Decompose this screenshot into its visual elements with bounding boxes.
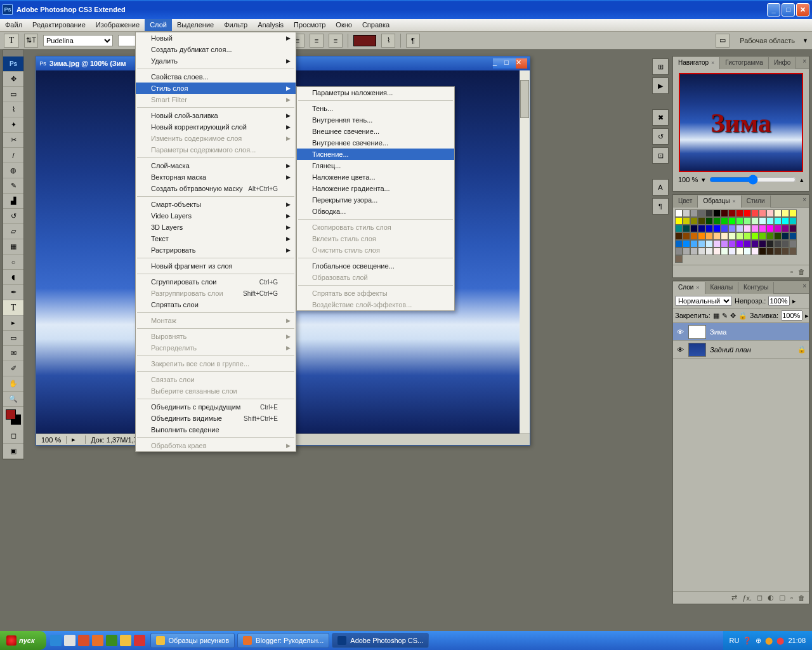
menu-item[interactable]: Обводка... [297,206,454,217]
swatch-cell[interactable] [759,240,766,248]
swatch-cell[interactable] [766,248,774,255]
swatch-cell[interactable] [728,225,736,232]
menu-фильтр[interactable]: Фильтр [219,19,252,31]
swatch-cell[interactable] [743,225,751,232]
collapsed-panel-5[interactable]: ⊡ [652,147,669,164]
swatch-cell[interactable] [675,217,683,225]
swatch-cell[interactable] [789,217,797,225]
swatch-cell[interactable] [774,209,782,217]
swatch-cell[interactable] [728,248,736,255]
menu-item[interactable]: Текст▶ [136,233,296,244]
swatch-cell[interactable] [705,232,713,240]
menu-item[interactable]: Смарт-объекты▶ [136,199,296,210]
menu-слой[interactable]: Слой [145,19,172,31]
zoom-out-icon[interactable]: ▾ [702,176,705,184]
swatch-cell[interactable] [728,232,736,240]
tab-стили[interactable]: Стили [742,196,771,208]
menu-item[interactable]: Новый корректирующий слой▶ [136,121,296,133]
swatch-cell[interactable] [751,232,759,240]
layer-row[interactable]: 👁TЗима [673,323,809,341]
menu-редактирование[interactable]: Редактирование [27,19,91,31]
swatch-cell[interactable] [736,209,743,217]
menu-item[interactable]: Новый фрагмент из слоя [136,260,296,272]
swatch-cell[interactable] [698,209,705,217]
doc-minimize-button[interactable]: _ [493,58,504,69]
swatch-cell[interactable] [721,232,728,240]
character-panel-button[interactable]: ¶ [406,34,420,48]
swatch-cell[interactable] [751,217,759,225]
swatch-grid[interactable] [675,209,807,263]
lock-all-icon[interactable]: 🔒 [738,312,747,320]
menu-item[interactable]: Глянец... [297,160,454,171]
menu-item[interactable]: Объединить с предыдущимCtrl+E [136,401,296,413]
swatch-cell[interactable] [705,225,713,232]
orientation-toggle[interactable]: ⇅T [24,34,38,48]
swatch-cell[interactable] [774,240,782,248]
tray-icon[interactable]: ⬤ [776,637,784,645]
layer-thumb[interactable]: T [688,325,706,339]
tray-icon[interactable]: ⊕ [756,637,761,645]
swatch-cell[interactable] [766,240,774,248]
status-icon[interactable]: ▸ [67,435,86,444]
heal-tool[interactable]: ◍ [3,163,23,178]
fill-flyout-icon[interactable]: ▸ [805,312,809,320]
swatch-cell[interactable] [759,217,766,225]
tab-инфо[interactable]: Инфо [769,57,797,69]
swatch-cell[interactable] [782,217,789,225]
minimize-button[interactable]: _ [767,3,780,17]
text-color-swatch[interactable] [353,35,376,46]
menu-item[interactable]: Параметры наложения... [297,87,454,98]
swatch-cell[interactable] [789,209,797,217]
tool-indicator[interactable]: T [4,34,19,48]
panel-close-icon[interactable]: × [802,58,806,65]
menu-item[interactable]: Свойства слоев... [136,71,296,83]
wand-tool[interactable]: ✦ [3,117,23,133]
collapsed-panel-1[interactable]: ⊞ [652,58,669,75]
ps-home-icon[interactable]: Ps [3,56,23,72]
swatch-cell[interactable] [789,225,797,232]
menu-item[interactable]: Выполнить сведение [136,424,296,435]
menu-item[interactable]: Наложение цвета... [297,171,454,183]
swatch-cell[interactable] [721,248,728,255]
tray-icon[interactable]: ⬤ [765,637,773,645]
swatch-cell[interactable] [774,248,782,255]
swatch-cell[interactable] [690,232,698,240]
swatch-cell[interactable] [721,217,728,225]
swatch-cell[interactable] [743,240,751,248]
swatch-cell[interactable] [766,225,774,232]
menu-item[interactable]: Векторная маска▶ [136,171,296,183]
swatch-cell[interactable] [766,209,774,217]
swatch-cell[interactable] [736,217,743,225]
swatch-cell[interactable] [683,225,690,232]
menu-item[interactable]: Внутреннее свечение... [297,137,454,149]
color-swatches[interactable] [3,407,23,428]
swatch-cell[interactable] [782,240,789,248]
swatch-cell[interactable] [743,248,751,255]
lock-paint-icon[interactable]: ✎ [722,312,728,320]
blend-mode-select[interactable]: Нормальный [675,296,732,306]
menu-файл[interactable]: Файл [0,19,27,31]
swatch-cell[interactable] [782,232,789,240]
workspace-label[interactable]: Рабочая область [740,37,795,44]
screenmode-toggle[interactable]: ▣ [3,444,23,459]
eraser-tool[interactable]: ▱ [3,224,23,239]
menu-item[interactable]: Внешнее свечение... [297,126,454,137]
swatch-cell[interactable] [789,248,797,255]
menu-просмотр[interactable]: Просмотр [289,19,331,31]
ql-item-icon[interactable] [78,635,89,646]
swatch-cell[interactable] [698,240,705,248]
swatch-cell[interactable] [675,248,683,255]
layer-row[interactable]: 👁Задний план🔒 [673,341,809,359]
ql-item-icon[interactable] [134,635,145,646]
swatch-cell[interactable] [675,255,683,263]
ql-desktop-icon[interactable] [64,635,75,646]
swatch-cell[interactable] [759,209,766,217]
swatch-cell[interactable] [759,225,766,232]
swatch-cell[interactable] [713,209,721,217]
align-center-button[interactable]: ≡ [310,34,324,48]
swatch-cell[interactable] [675,240,683,248]
zoom-tool[interactable]: 🔍 [3,392,23,407]
swatch-cell[interactable] [782,225,789,232]
swatch-cell[interactable] [743,209,751,217]
swatch-cell[interactable] [736,240,743,248]
